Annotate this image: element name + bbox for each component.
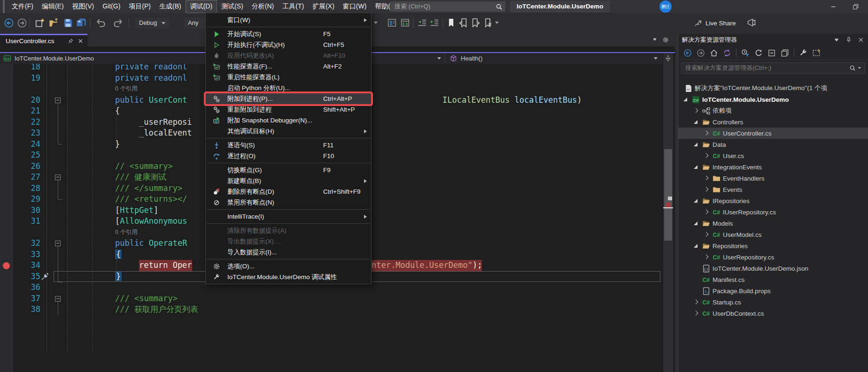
toggle-bookmark-button[interactable] [446, 18, 457, 28]
menubar-item[interactable]: 测试(S) [217, 0, 248, 13]
fold-collapse-box[interactable]: − [55, 241, 61, 246]
preview-icon[interactable] [812, 49, 821, 57]
redo-button[interactable] [113, 18, 123, 28]
menubar-item[interactable]: 扩展(X) [308, 0, 339, 13]
tab-usercontroller[interactable]: UserController.cs [0, 34, 87, 46]
editor-scrollbar[interactable] [663, 53, 673, 372]
expander-closed-icon[interactable] [703, 208, 710, 216]
chevron-down-icon[interactable] [495, 22, 499, 24]
tree-item-iotcenter.module.userdemo.json[interactable]: { }IoTCenter.Module.UserDemo.json [678, 263, 868, 274]
tree-item-eventhandlers[interactable]: EventHandlers [678, 173, 868, 184]
breakpoint-dot[interactable] [3, 262, 10, 269]
codelens-references[interactable]: 0 个引用 [115, 84, 138, 95]
menu-item[interactable]: 附加 Snapshot Debugger(N)... [206, 115, 371, 126]
gear-icon[interactable] [662, 37, 669, 43]
open-file-button[interactable] [49, 18, 59, 28]
restore-button[interactable] [845, 0, 866, 13]
menu-item[interactable]: 重新附加到进程Shift+Alt+P [206, 104, 371, 115]
expander-open-icon[interactable] [692, 163, 700, 171]
show-all-files-icon[interactable] [781, 49, 789, 57]
split-editor-handle[interactable] [663, 53, 673, 64]
menu-item[interactable]: 新建断点(B) [206, 175, 371, 186]
home-icon[interactable] [710, 49, 718, 57]
menubar-item[interactable]: 分析(N) [248, 0, 278, 13]
codelens-references[interactable]: 0 个引用 [115, 227, 138, 238]
chevron-down-icon[interactable] [374, 22, 378, 24]
tree-item-usermodel.cs[interactable]: C#UserModel.cs [678, 229, 868, 240]
tree-item-usercontroller.cs[interactable]: C#UserController.cs [678, 128, 868, 139]
tree-item-data[interactable]: Data [678, 139, 868, 150]
expander-open-icon[interactable] [692, 197, 700, 205]
expander-closed-icon[interactable] [703, 231, 710, 238]
sync-active-document-icon[interactable] [723, 49, 731, 57]
tree-item-user.cs[interactable]: C#User.cs [678, 150, 868, 161]
menubar-item[interactable]: 编辑(E) [38, 0, 68, 13]
expander-closed-icon[interactable] [703, 129, 710, 137]
menu-item[interactable]: 启动 Python 分析(U)... [206, 83, 371, 93]
breadcrumb-member-dropdown[interactable]: Health() [445, 53, 662, 64]
debug-config-dropdown[interactable]: Debug [135, 17, 169, 29]
menu-item[interactable]: 禁用所有断点(N) [206, 197, 371, 208]
platform-dropdown[interactable]: Any C [184, 17, 206, 29]
clear-bookmarks-button[interactable] [483, 18, 493, 28]
minimize-button[interactable] [823, 0, 844, 13]
tree-item-models[interactable]: Models [678, 218, 868, 229]
menu-item[interactable]: 开始执行(不调试)(H)Ctrl+F5 [206, 39, 371, 50]
prev-bookmark-button[interactable] [458, 18, 469, 28]
close-icon[interactable] [78, 38, 84, 44]
menubar-item[interactable]: 视图(V) [68, 0, 99, 13]
menu-item[interactable]: 逐语句(S)F11 [206, 140, 371, 151]
new-item-button[interactable] [35, 18, 45, 28]
menubar-item[interactable]: 生成(B) [155, 0, 186, 13]
undo-button[interactable] [96, 18, 106, 28]
tree-item-iuserrepository.cs[interactable]: C#IUserRepository.cs [678, 206, 868, 218]
menubar-item[interactable]: 工具(T) [278, 0, 308, 13]
save-button[interactable] [63, 18, 73, 28]
menu-item[interactable]: 清除所有数据提示(A) [206, 225, 371, 236]
nav-forward-button[interactable] [17, 18, 27, 28]
refresh-icon[interactable] [754, 49, 763, 57]
expander-open-icon[interactable] [692, 118, 700, 126]
tree-item-controllers[interactable]: Controllers [678, 116, 868, 128]
menu-item[interactable]: IoTCenter.Module.UserDemo 调试属性 [206, 272, 371, 282]
feedback-icon-button[interactable] [747, 18, 757, 28]
properties-wrench-icon[interactable] [799, 49, 807, 57]
menu-item[interactable]: 切换断点(G)F9 [206, 165, 371, 175]
menu-item[interactable]: 窗口(W) [206, 15, 371, 25]
expander-open-icon[interactable] [692, 141, 700, 148]
nav-forward-icon[interactable] [697, 49, 705, 57]
chevron-down-icon[interactable] [652, 37, 658, 42]
fold-collapse-box[interactable]: − [55, 175, 61, 180]
code-line[interactable]: 37−/// <summary> [0, 293, 662, 304]
expander-closed-icon[interactable] [703, 186, 710, 193]
menu-item[interactable]: 逐过程(O)F10 [206, 151, 371, 161]
live-share-button[interactable]: Live Share [694, 18, 736, 28]
solution-search-box[interactable]: 搜索解决方案资源管理器(Ctrl+;) [681, 62, 865, 74]
tree-item-iotcenter.module.userdemo[interactable]: C#IoTCenter.Module.UserDemo [678, 94, 868, 105]
menu-item[interactable]: 应用代码更改(A)Alt+F10 [206, 50, 371, 61]
menu-item[interactable]: 附加到进程(P)...Ctrl+Alt+P [206, 93, 371, 104]
expander-open-icon[interactable] [692, 220, 700, 227]
menubar-item[interactable]: 窗口(W) [339, 0, 371, 13]
expander-closed-icon[interactable] [692, 107, 700, 114]
menu-item[interactable]: 其他调试目标(H) [206, 126, 371, 137]
menubar-item[interactable]: 项目(P) [124, 0, 155, 13]
scrollbar-track[interactable] [663, 64, 673, 372]
collapse-all-icon[interactable] [767, 49, 776, 57]
fold-collapse-box[interactable]: − [55, 98, 61, 103]
indent-button[interactable] [429, 18, 440, 28]
menu-item[interactable]: 重启性能探查器(L) [206, 72, 371, 83]
expander-closed-icon[interactable] [692, 298, 700, 306]
pin-icon[interactable] [845, 37, 852, 43]
fold-collapse-box[interactable]: − [55, 296, 61, 302]
menu-item[interactable]: 导入数据提示(I)... [206, 247, 371, 258]
next-bookmark-button[interactable] [471, 18, 481, 28]
tree-item-repositories[interactable]: Repositories [678, 240, 868, 251]
tree-item-manifest.cs[interactable]: C#Manifest.cs [678, 274, 868, 285]
menu-item[interactable]: 性能探查器(F)...Alt+F2 [206, 61, 371, 72]
tree-item-package.build.props[interactable]: Package.Build.props [678, 285, 868, 296]
outdent-button[interactable] [417, 18, 427, 28]
menu-item[interactable]: 删除所有断点(D)Ctrl+Shift+F9 [206, 186, 371, 197]
expander-closed-icon[interactable] [703, 175, 710, 182]
tree-item--iotcenter.module.userdemo-1-[interactable]: 解决方案"IoTCenter.Module.UserDemo"(1 个项 [678, 83, 868, 94]
